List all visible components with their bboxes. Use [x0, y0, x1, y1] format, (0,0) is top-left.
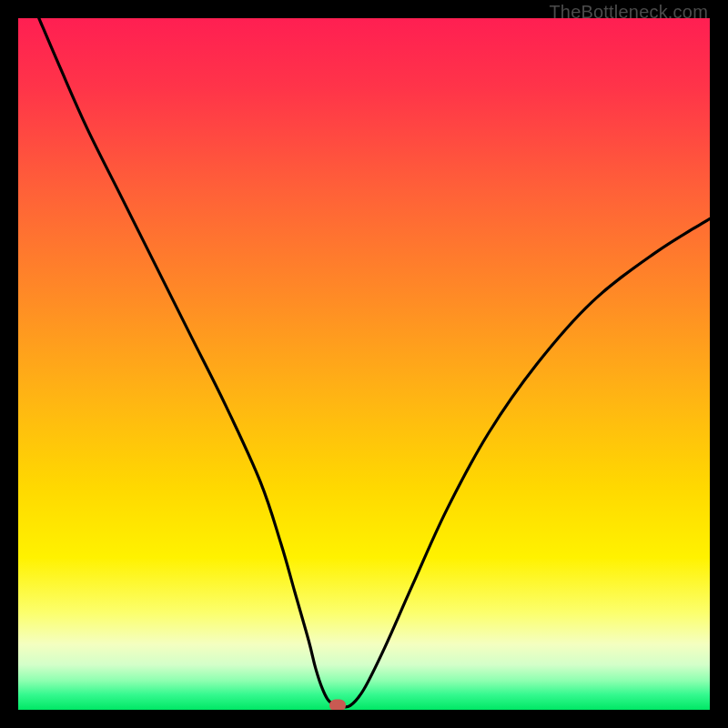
plot-area: [18, 18, 710, 710]
chart-frame: TheBottleneck.com: [0, 0, 728, 728]
optimal-point-marker: [329, 700, 346, 710]
bottleneck-curve: [18, 18, 710, 710]
